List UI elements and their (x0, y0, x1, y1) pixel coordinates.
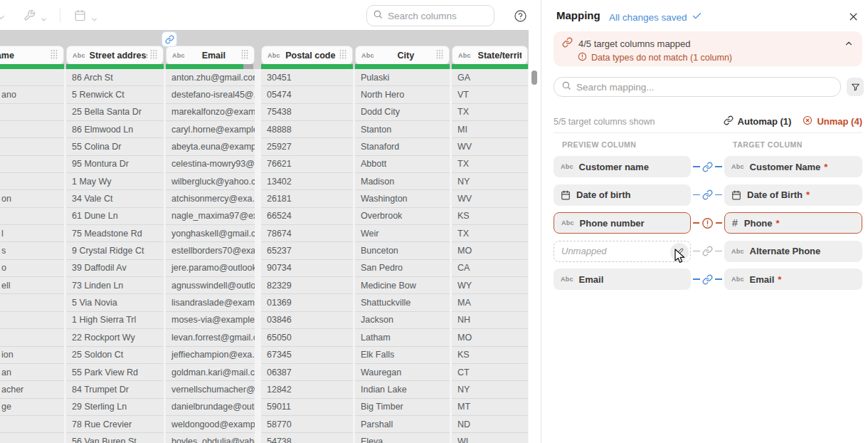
table-cell[interactable]: agnusswindell@outlo... (166, 277, 255, 294)
table-cell[interactable]: 66524 (261, 208, 353, 225)
table-cell[interactable]: o (0, 260, 64, 277)
table-cell[interactable]: moses-via@example.... (166, 312, 255, 329)
table-cell[interactable]: WV (452, 138, 528, 155)
column-link-badge[interactable] (162, 31, 177, 47)
table-cell[interactable]: 13402 (261, 173, 353, 190)
table-cell[interactable]: WV (452, 190, 528, 207)
table-cell[interactable]: TX (452, 156, 528, 173)
table-cell[interactable]: jeffiechampion@exa... (166, 347, 255, 364)
table-cell[interactable]: ge (0, 399, 64, 416)
target-column-pill[interactable]: AbcEmail* (724, 269, 862, 290)
table-cell[interactable]: danielbrundage@outl... (166, 399, 255, 416)
drag-handle-icon[interactable] (51, 49, 58, 62)
filter-icon[interactable] (847, 78, 864, 96)
table-cell[interactable]: wilbergluck@yahoo.c... (166, 173, 255, 190)
table-cell[interactable]: 5 Renwick Ct (66, 86, 164, 103)
table-cell[interactable]: 06387 (261, 364, 353, 381)
table-cell[interactable] (0, 104, 64, 121)
table-cell[interactable]: levan.forrest@gmail.c... (166, 329, 255, 346)
table-cell[interactable]: 84 Trumpet Dr (66, 381, 164, 398)
table-cell[interactable]: KS (452, 347, 528, 364)
table-cell[interactable]: 58770 (261, 416, 353, 433)
chevron-up-icon[interactable] (844, 38, 854, 51)
search-columns-input[interactable] (388, 11, 488, 21)
chevron-down-icon[interactable] (90, 14, 98, 26)
table-cell[interactable]: 67345 (261, 347, 353, 364)
link-icon[interactable] (702, 274, 713, 285)
table-cell[interactable]: 1 May Wy (66, 173, 164, 190)
table-cell[interactable]: abeyta.euna@exampl... (166, 138, 255, 155)
chevron-down-icon[interactable] (40, 14, 48, 26)
table-cell[interactable]: 65237 (261, 242, 353, 259)
search-mapping-input[interactable] (576, 82, 833, 93)
table-cell[interactable]: 65050 (261, 329, 353, 346)
preview-column-pill[interactable]: Unmapped (554, 241, 691, 262)
table-cell[interactable]: 5 Via Novia (66, 294, 164, 311)
column-header-last-name[interactable]: Last name (0, 46, 64, 65)
table-cell[interactable]: 25 Soldon Ct (66, 347, 164, 364)
table-cell[interactable]: 25 Bella Santa Dr (66, 104, 164, 121)
table-cell[interactable]: NH (452, 312, 528, 329)
table-cell[interactable]: Overbrook (355, 208, 450, 225)
table-cell[interactable] (0, 329, 64, 346)
table-cell[interactable]: ND (452, 416, 528, 433)
table-cell[interactable]: 9 Crystal Ridge Ct (66, 242, 164, 259)
table-cell[interactable]: 82329 (261, 277, 353, 294)
table-cell[interactable]: Stanton (355, 121, 450, 138)
help-icon[interactable] (512, 8, 528, 24)
calendar-icon[interactable] (74, 9, 86, 24)
link-icon[interactable] (702, 189, 713, 200)
table-cell[interactable]: San Pedro (355, 260, 450, 277)
table-cell[interactable]: goldman.kari@mail.c... (166, 364, 255, 381)
table-cell[interactable]: MO (452, 242, 528, 259)
table-cell[interactable] (0, 69, 64, 86)
table-cell[interactable]: nagle_maxima97@ex... (166, 208, 255, 225)
table-cell[interactable]: 48888 (261, 121, 353, 138)
table-cell[interactable]: Washington (355, 190, 450, 207)
table-cell[interactable]: Wauregan (355, 364, 450, 381)
table-cell[interactable]: 22 Rockport Wy (66, 329, 164, 346)
table-cell[interactable]: 39 Daffodil Av (66, 260, 164, 277)
close-icon[interactable] (846, 9, 860, 24)
table-cell[interactable]: NY (452, 381, 528, 398)
target-column-pill[interactable]: Date of Birth* (724, 184, 862, 206)
table-cell[interactable]: 73 Linden Ln (66, 277, 164, 294)
table-cell[interactable]: weldongood@exampl... (166, 416, 255, 433)
table-cell[interactable]: vernellschumacher@... (166, 381, 255, 398)
table-cell[interactable]: 26181 (261, 190, 353, 207)
table-cell[interactable]: l (0, 225, 64, 242)
table-cell[interactable]: 01369 (261, 294, 353, 311)
table-cell[interactable]: caryl.horne@example... (166, 121, 255, 138)
table-cell[interactable]: MA (452, 294, 528, 311)
wrench-icon[interactable] (23, 9, 36, 24)
table-cell[interactable] (0, 433, 64, 443)
table-cell[interactable]: Parshall (355, 416, 450, 433)
table-cell[interactable]: 25927 (261, 138, 353, 155)
table-cell[interactable]: celestina-mowry93@... (166, 156, 255, 173)
table-cell[interactable]: GA (452, 69, 528, 86)
table-cell[interactable]: MT (452, 399, 528, 416)
link-icon[interactable] (702, 246, 713, 256)
table-cell[interactable]: 95 Montura Dr (66, 156, 164, 173)
table-cell[interactable]: marekalfonzo@exam... (166, 104, 255, 121)
preview-column-pill[interactable]: AbcPhone number (554, 212, 691, 234)
preview-column-pill[interactable]: AbcEmail (554, 269, 691, 290)
link-icon[interactable] (702, 162, 713, 172)
table-cell[interactable]: Latham (355, 329, 450, 346)
table-cell[interactable]: Medicine Bow (355, 277, 450, 294)
table-cell[interactable]: Big Timber (355, 399, 450, 416)
table-cell[interactable]: an (0, 364, 64, 381)
table-cell[interactable]: on (0, 190, 64, 207)
table-cell[interactable]: CA (452, 260, 528, 277)
table-cell[interactable]: 05474 (261, 86, 353, 103)
unmap-button[interactable]: Unmap (4) (803, 115, 862, 127)
preview-column-pill[interactable]: Date of birth (554, 184, 691, 206)
table-cell[interactable]: 12842 (261, 381, 353, 398)
column-header-city[interactable]: AbcCity (355, 46, 450, 65)
table-cell[interactable]: lisandraslade@exam... (166, 294, 255, 311)
table-cell[interactable]: Dodd City (355, 104, 450, 121)
table-cell[interactable]: 86 Elmwood Ln (66, 121, 164, 138)
column-header-postal-code[interactable]: AbcPostal code (261, 46, 353, 65)
table-cell[interactable]: KS (452, 208, 528, 225)
table-cell[interactable]: 90734 (261, 260, 353, 277)
